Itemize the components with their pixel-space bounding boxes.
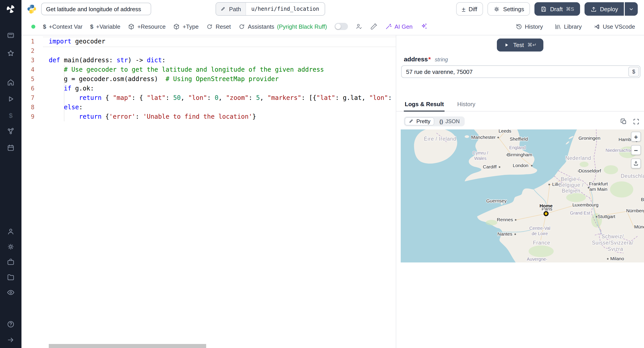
- home-icon[interactable]: [5, 77, 16, 88]
- library-button[interactable]: Library: [554, 23, 582, 30]
- deploy-upload-icon: [590, 6, 597, 12]
- map-label: Centre-Val: [529, 226, 550, 231]
- map-label: München: [634, 224, 644, 229]
- zoom-in-button[interactable]: +: [631, 132, 641, 141]
- recenter-arrow-icon: [633, 160, 639, 166]
- braces-icon: {}: [440, 119, 443, 124]
- tab-logs-result[interactable]: Logs & Result: [404, 99, 445, 111]
- package-icon: [173, 23, 180, 30]
- line-number: 7: [22, 93, 43, 103]
- argument-header: address * string: [404, 56, 640, 63]
- sparkles-icon[interactable]: [420, 23, 427, 30]
- zoom-out-button[interactable]: −: [631, 145, 641, 155]
- script-name-input[interactable]: [41, 3, 151, 15]
- user-check-icon[interactable]: [356, 23, 363, 30]
- line-number: 2: [22, 46, 43, 56]
- result-map[interactable]: LeedsÉire / IrelandManchesterSheffieldEn…: [401, 129, 644, 262]
- use-vscode-button[interactable]: Use VScode: [593, 23, 635, 30]
- diff-button[interactable]: ± Diff: [456, 2, 483, 16]
- argument-type: string: [435, 56, 448, 63]
- draft-shortcut: ⌘S: [566, 6, 574, 12]
- add-variable-button[interactable]: $ +Variable: [90, 23, 120, 30]
- refresh-icon: [206, 23, 213, 30]
- windmill-logo-icon: [6, 4, 16, 14]
- variables-icon[interactable]: $: [5, 110, 16, 120]
- reset-button[interactable]: Reset: [206, 23, 231, 30]
- address-input[interactable]: [401, 65, 640, 78]
- workers-icon[interactable]: [5, 257, 16, 267]
- assistants-button[interactable]: Assistants (Pyright Black Ruff): [238, 23, 327, 30]
- map-label: Frankfurt: [589, 181, 608, 186]
- result-tabs: Logs & Result History: [396, 99, 644, 111]
- map-label: Deutschland: [621, 173, 644, 179]
- users-icon[interactable]: [5, 226, 16, 237]
- draft-button[interactable]: Draft ⌘S: [534, 2, 580, 16]
- map-label: Belgique /: [558, 182, 584, 188]
- help-icon[interactable]: [5, 319, 16, 330]
- path-label: Path: [229, 6, 241, 12]
- save-icon: [540, 6, 547, 12]
- ai-gen-button[interactable]: AI Gen: [385, 23, 412, 30]
- settings-button[interactable]: Settings: [488, 2, 530, 16]
- home-marker[interactable]: [544, 212, 548, 215]
- map-label: België /: [561, 176, 580, 182]
- line-number: 3: [22, 56, 43, 65]
- code-line: def main(address: str) -> dict:: [49, 56, 396, 65]
- json-toggle[interactable]: {} JSON: [435, 117, 464, 125]
- add-type-button[interactable]: +Type: [173, 23, 199, 30]
- code-line: import geocoder: [49, 37, 396, 46]
- test-tube-icon[interactable]: [370, 23, 378, 30]
- collapse-sidebar-icon[interactable]: [5, 334, 16, 345]
- deploy-split-button: Deploy: [584, 2, 638, 16]
- audit-logs-eye-icon[interactable]: [5, 287, 16, 298]
- result-controls: Pretty {} JSON: [404, 116, 640, 126]
- folders-icon[interactable]: [5, 272, 16, 283]
- map-label: Nederland: [565, 155, 591, 161]
- code-line: return { "map": { "lat": 50, "lon": 0, "…: [49, 93, 396, 103]
- line-number: 5: [22, 74, 43, 84]
- assistant-toggle[interactable]: [334, 23, 348, 30]
- apps-icon[interactable]: [5, 30, 16, 41]
- schedules-icon[interactable]: [5, 142, 16, 153]
- add-resource-button[interactable]: +Resource: [128, 23, 166, 30]
- map-label: Manchester: [471, 135, 496, 140]
- history-button[interactable]: History: [516, 23, 543, 30]
- deploy-button[interactable]: Deploy: [584, 2, 624, 16]
- line-number: 4: [22, 65, 43, 74]
- editor-gutter: 123456789: [22, 37, 43, 121]
- map-city-dot: [596, 216, 598, 218]
- copy-result-icon[interactable]: [620, 118, 627, 125]
- expand-result-icon[interactable]: [633, 118, 640, 125]
- code-line: [49, 46, 396, 56]
- path-control[interactable]: Path u/henri/find_location: [216, 2, 325, 16]
- runs-icon[interactable]: [5, 94, 16, 104]
- settings-gear-icon[interactable]: [5, 241, 16, 252]
- history-icon: [516, 23, 522, 30]
- test-button[interactable]: Test ⌘↵: [497, 39, 543, 52]
- line-number: 8: [22, 103, 43, 112]
- map-label: France: [533, 240, 550, 246]
- map-label: Cymru /: [472, 150, 488, 155]
- map-city-dot: [498, 137, 499, 138]
- map-controls: + −: [631, 132, 641, 168]
- code-editor[interactable]: 123456789 import geocoderdef main(addres…: [22, 35, 396, 348]
- map-city-dot: [531, 165, 533, 166]
- code-line: else:: [49, 103, 396, 112]
- editor-hscrollbar[interactable]: [49, 344, 206, 348]
- deploy-more-button[interactable]: [625, 2, 638, 16]
- flows-icon[interactable]: [5, 126, 16, 137]
- content: 123456789 import geocoderdef main(addres…: [22, 35, 644, 348]
- add-context-var-button[interactable]: $ +Context Var: [43, 23, 82, 30]
- windmill-logo[interactable]: [5, 4, 16, 14]
- insert-variable-button[interactable]: $: [628, 67, 639, 77]
- line-number: 9: [22, 112, 43, 121]
- code-line: if g.ok:: [49, 84, 396, 93]
- status-dot: [31, 24, 35, 29]
- map-canvas[interactable]: LeedsÉire / IrelandManchesterSheffieldEn…: [401, 129, 644, 262]
- library-icon: [554, 23, 561, 30]
- map-recenter-button[interactable]: [631, 158, 641, 168]
- pretty-toggle[interactable]: Pretty: [405, 117, 434, 125]
- map-label: Nantes: [498, 231, 512, 237]
- favorites-star-icon[interactable]: [5, 48, 16, 59]
- tab-history[interactable]: History: [456, 99, 476, 111]
